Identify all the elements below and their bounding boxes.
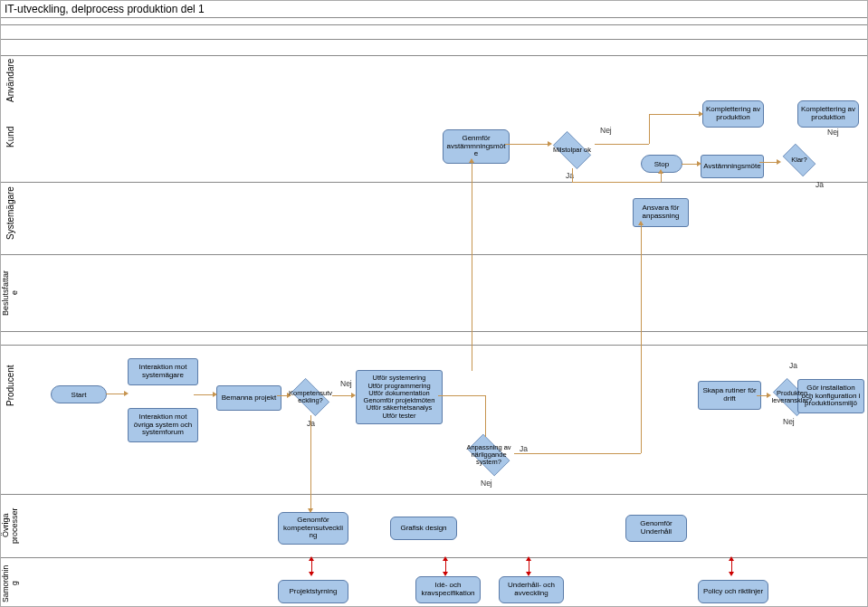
- lane-samordning: Samordnin g: [3, 562, 17, 605]
- node-anpassning: Anpassning av närliggande system?: [463, 435, 515, 475]
- node-genmfor-avst: Genmför avstämmningsmöt e: [443, 129, 510, 164]
- node-underhall-avv: Underhåll- och avveckling: [499, 576, 564, 603]
- node-kompl2: Komplettering av produktion: [797, 100, 859, 128]
- node-genomfor-underhall: Genomför Underhåll: [625, 515, 687, 542]
- page-title: IT-utveckling, delprocess produktion del…: [5, 3, 205, 15]
- node-milstolpar-ok: Milstolpar ok: [548, 132, 596, 168]
- lane-ovriga: Övriga processer: [3, 498, 17, 553]
- label-ja: Ja: [520, 444, 528, 453]
- label-ja: Ja: [816, 180, 824, 189]
- node-interaktion2: Interaktion mot övriga system och system…: [128, 408, 198, 442]
- lane-kund: Kund: [3, 119, 17, 155]
- node-start: Start: [51, 385, 107, 403]
- node-grafisk: Grafisk design: [390, 517, 457, 540]
- lane-producent: Producent: [3, 354, 17, 417]
- node-utfor: Utför systemering Utför programmering Ut…: [356, 370, 443, 424]
- node-ide: Idé- och kravspecifikation: [415, 576, 481, 603]
- label-nej: Nej: [783, 417, 795, 426]
- node-avstamning: Avstämningsmöte: [701, 155, 764, 178]
- node-interaktion1: Interaktion mot systemägare: [128, 358, 198, 385]
- node-kompl1: Komplettering av produktion: [702, 100, 764, 128]
- node-projektstyrning: Projektstyrning: [278, 580, 348, 603]
- label-nej: Nej: [481, 479, 492, 488]
- lane-systemagare: Systemägare: [3, 182, 17, 245]
- node-policy: Policy och riktlinjer: [698, 580, 768, 603]
- bidi-arrow: [443, 556, 448, 576]
- label-nej: Nej: [827, 128, 839, 137]
- node-bemanna: Bemanna projekt: [216, 385, 281, 411]
- bidi-arrow: [309, 556, 314, 576]
- bidi-arrow: [526, 556, 531, 576]
- diagram-canvas: IT-utveckling, delprocess produktion del…: [0, 0, 868, 607]
- node-klar: Klar?: [779, 144, 819, 176]
- label-nej: Nej: [340, 379, 352, 388]
- node-kompetens: Kompetensutv eckling?: [287, 379, 334, 415]
- bidi-arrow: [729, 556, 734, 576]
- label-ja: Ja: [789, 361, 797, 370]
- lane-beslutsfattare: Beslutsfattar e: [3, 254, 17, 331]
- node-genomfor-komp: Genomför kompetensutveckli ng: [278, 512, 348, 545]
- node-skapa: Skapa rutiner för drift: [698, 381, 761, 410]
- lane-anvandare: Användare: [3, 55, 17, 106]
- label-nej: Nej: [600, 126, 612, 135]
